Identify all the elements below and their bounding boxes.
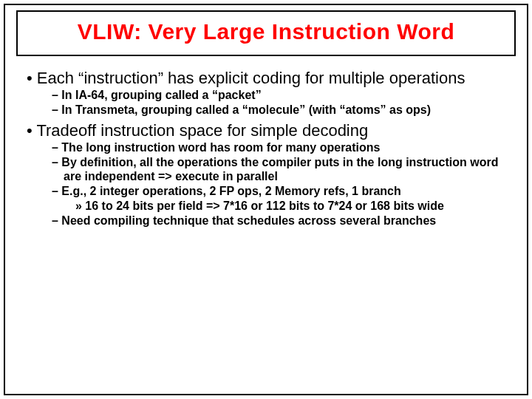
- bullet-level2: Need compiling technique that schedules …: [19, 214, 517, 228]
- bullet-level2: By definition, all the operations the co…: [19, 156, 517, 184]
- bullet-level2: In IA-64, grouping called a “packet”: [19, 89, 517, 103]
- bullet-level1: Tradeoff instruction space for simple de…: [19, 121, 517, 140]
- slide-content: Each “instruction” has explicit coding f…: [19, 69, 517, 229]
- bullet-level2: E.g., 2 integer operations, 2 FP ops, 2 …: [19, 185, 517, 199]
- bullet-level2: The long instruction word has room for m…: [19, 141, 517, 155]
- title-box: VLIW: Very Large Instruction Word: [16, 10, 516, 56]
- bullet-level3: 16 to 24 bits per field => 7*16 or 112 b…: [19, 200, 517, 214]
- bullet-level2: In Transmeta, grouping called a “molecul…: [19, 103, 517, 117]
- slide-title: VLIW: Very Large Instruction Word: [29, 19, 503, 44]
- bullet-level1: Each “instruction” has explicit coding f…: [19, 69, 517, 87]
